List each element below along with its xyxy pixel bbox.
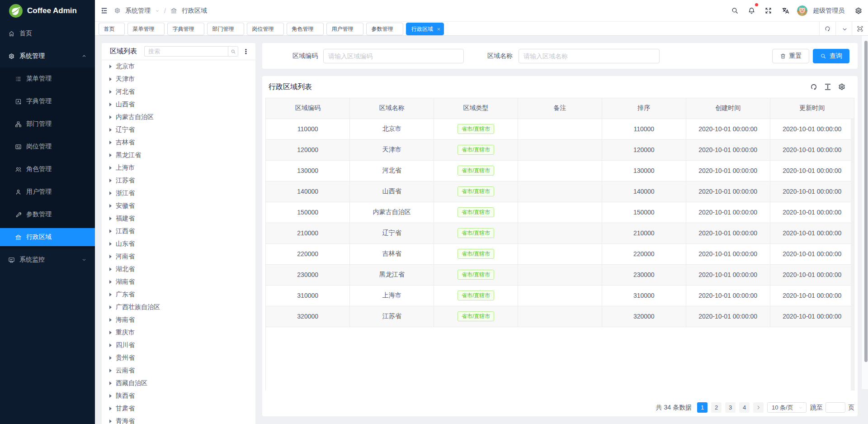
tree-item-海南省[interactable]: 海南省 <box>102 314 255 326</box>
caret-right-icon[interactable] <box>109 204 112 208</box>
tree-item-湖南省[interactable]: 湖南省 <box>102 276 255 288</box>
caret-right-icon[interactable] <box>109 90 112 94</box>
tab-首页[interactable]: 首页 <box>99 23 125 35</box>
caret-right-icon[interactable] <box>109 267 112 271</box>
tree-item-浙江省[interactable]: 浙江省 <box>102 187 255 200</box>
caret-right-icon[interactable] <box>109 103 112 106</box>
caret-right-icon[interactable] <box>109 179 112 182</box>
sidebar-item-角色管理[interactable]: 角色管理 <box>0 160 95 178</box>
tree-item-广东省[interactable]: 广东省 <box>102 288 255 301</box>
row-height-icon[interactable] <box>824 83 832 91</box>
caret-right-icon[interactable] <box>109 407 112 410</box>
tree-search-button[interactable] <box>228 46 238 57</box>
tree-item-山西省[interactable]: 山西省 <box>102 98 255 111</box>
column-header-备注[interactable]: 备注 <box>518 98 602 119</box>
refresh-icon[interactable] <box>810 83 818 91</box>
sidebar-item-系统监控[interactable]: 系统监控 <box>0 251 95 269</box>
tree-item-天津市[interactable]: 天津市 <box>102 73 255 86</box>
tab-用户管理[interactable]: 用户管理 <box>326 23 363 35</box>
page-scrollbar[interactable] <box>861 36 868 389</box>
next-page-button[interactable] <box>753 402 764 413</box>
caret-right-icon[interactable] <box>109 318 112 322</box>
sidebar-item-字典管理[interactable]: 字典管理 <box>0 92 95 110</box>
caret-right-icon[interactable] <box>109 153 112 157</box>
fullscreen-button[interactable] <box>760 0 777 21</box>
tree-item-贵州省[interactable]: 贵州省 <box>102 352 255 364</box>
tree-item-四川省[interactable]: 四川省 <box>102 339 255 352</box>
column-settings-icon[interactable] <box>838 83 846 91</box>
caret-right-icon[interactable] <box>109 217 112 220</box>
sidebar-item-首页[interactable]: 首页 <box>0 24 95 43</box>
sidebar-item-参数管理[interactable]: 参数管理 <box>0 205 95 224</box>
tab-字典管理[interactable]: 字典管理 <box>167 23 204 35</box>
caret-right-icon[interactable] <box>109 77 112 81</box>
tree-search-input[interactable] <box>144 46 228 57</box>
name-field-input[interactable] <box>519 49 660 63</box>
tab-行政区域[interactable]: 行政区域 <box>406 23 444 35</box>
caret-right-icon[interactable] <box>109 229 112 233</box>
caret-right-icon[interactable] <box>109 166 112 170</box>
tree-item-甘肃省[interactable]: 甘肃省 <box>102 402 255 415</box>
caret-right-icon[interactable] <box>109 343 112 347</box>
tree-item-吉林省[interactable]: 吉林省 <box>102 136 255 149</box>
caret-right-icon[interactable] <box>109 305 112 309</box>
caret-right-icon[interactable] <box>109 331 112 334</box>
caret-right-icon[interactable] <box>109 191 112 195</box>
tree-item-辽宁省[interactable]: 辽宁省 <box>102 124 255 136</box>
sidebar-item-部门管理[interactable]: 部门管理 <box>0 115 95 133</box>
tree-item-湖北省[interactable]: 湖北省 <box>102 263 255 276</box>
page-button-4[interactable]: 4 <box>739 402 750 413</box>
sidebar-item-系统管理[interactable]: 系统管理 <box>0 47 95 65</box>
tab-菜单管理[interactable]: 菜单管理 <box>127 23 165 35</box>
caret-right-icon[interactable] <box>109 255 112 258</box>
tab-部门管理[interactable]: 部门管理 <box>207 23 244 35</box>
tree-item-江西省[interactable]: 江西省 <box>102 225 255 238</box>
sidebar-item-菜单管理[interactable]: 菜单管理 <box>0 70 95 88</box>
global-search-button[interactable] <box>726 0 743 21</box>
user-menu[interactable]: 超级管理员 <box>794 0 849 21</box>
tree-item-江苏省[interactable]: 江苏省 <box>102 174 255 187</box>
page-button-3[interactable]: 3 <box>725 402 736 413</box>
tree-item-西藏自治区[interactable]: 西藏自治区 <box>102 377 255 390</box>
language-button[interactable] <box>777 0 794 21</box>
sidebar-item-岗位管理[interactable]: 岗位管理 <box>0 138 95 156</box>
tree-item-河北省[interactable]: 河北省 <box>102 86 255 98</box>
sidebar-item-行政区域[interactable]: 行政区域 <box>0 228 95 246</box>
caret-right-icon[interactable] <box>109 356 112 360</box>
column-header-区域编码[interactable]: 区域编码 <box>266 98 350 119</box>
tree-item-内蒙古自治区[interactable]: 内蒙古自治区 <box>102 111 255 124</box>
caret-right-icon[interactable] <box>109 115 112 119</box>
settings-button[interactable] <box>849 0 868 21</box>
caret-right-icon[interactable] <box>109 128 112 132</box>
notifications-button[interactable] <box>743 0 760 21</box>
caret-right-icon[interactable] <box>109 419 112 423</box>
tree-item-上海市[interactable]: 上海市 <box>102 162 255 174</box>
tree-item-黑龙江省[interactable]: 黑龙江省 <box>102 149 255 162</box>
tab-参数管理[interactable]: 参数管理 <box>366 23 403 35</box>
scrollbar-thumb[interactable] <box>864 41 868 362</box>
caret-right-icon[interactable] <box>109 381 112 385</box>
jump-page-input[interactable] <box>826 402 845 413</box>
tree-item-青海省[interactable]: 青海省 <box>102 415 255 424</box>
page-button-1[interactable]: 1 <box>697 402 708 413</box>
tree-item-河南省[interactable]: 河南省 <box>102 250 255 263</box>
tree-item-北京市[interactable]: 北京市 <box>102 60 255 73</box>
tree-more-button[interactable] <box>242 48 250 55</box>
page-size-select[interactable]: 10 条/页 <box>767 402 807 413</box>
column-header-排序[interactable]: 排序 <box>602 98 686 119</box>
breadcrumb-item-region[interactable]: 行政区域 <box>170 7 207 15</box>
column-header-区域名称[interactable]: 区域名称 <box>350 98 434 119</box>
caret-right-icon[interactable] <box>109 293 112 296</box>
tree-item-福建省[interactable]: 福建省 <box>102 212 255 225</box>
search-button[interactable]: 查询 <box>813 49 849 63</box>
sidebar-item-用户管理[interactable]: 用户管理 <box>0 183 95 201</box>
tree-item-安徽省[interactable]: 安徽省 <box>102 200 255 212</box>
tree-item-陕西省[interactable]: 陕西省 <box>102 390 255 402</box>
page-button-2[interactable]: 2 <box>711 402 722 413</box>
menu-collapse-icon[interactable] <box>100 7 108 14</box>
column-header-更新时间[interactable]: 更新时间 <box>770 98 854 119</box>
tree-item-重庆市[interactable]: 重庆市 <box>102 326 255 339</box>
column-header-创建时间[interactable]: 创建时间 <box>686 98 770 119</box>
column-header-区域类型[interactable]: 区域类型 <box>434 98 518 119</box>
content-fullscreen-button[interactable] <box>852 22 868 35</box>
